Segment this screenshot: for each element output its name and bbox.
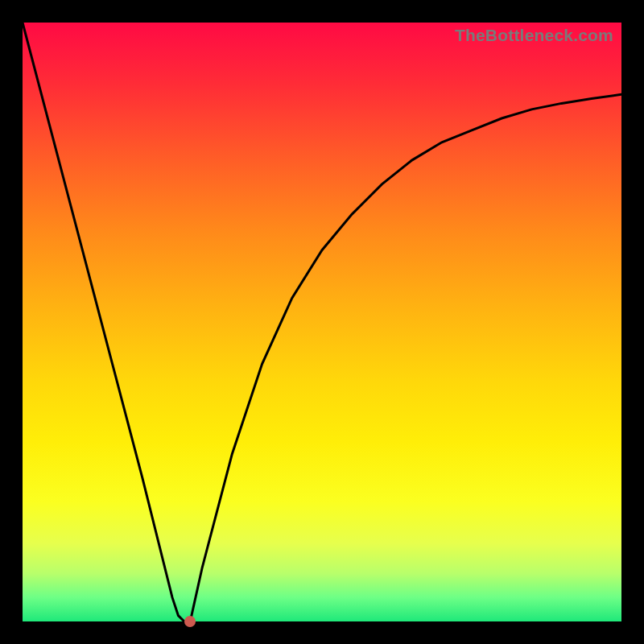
curve-path [23,23,621,621]
min-point-marker [184,616,196,627]
plot-area: TheBottleneck.com [23,23,621,621]
bottleneck-curve [23,23,621,621]
chart-frame: TheBottleneck.com [0,0,644,644]
